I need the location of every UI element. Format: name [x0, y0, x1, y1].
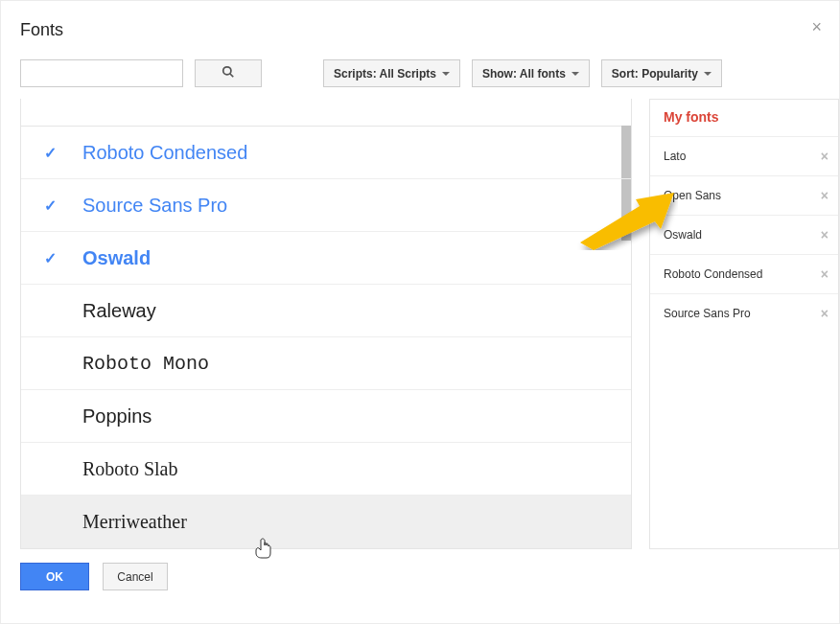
font-item[interactable]: Merriweather	[21, 496, 631, 548]
font-list-inner: ✓Roboto Condensed✓Source Sans Pro✓Oswald…	[21, 126, 631, 548]
fonts-dialog: Fonts × Scripts: All Scripts Show: All f…	[0, 0, 840, 624]
font-item[interactable]: Poppins	[21, 390, 631, 443]
remove-icon[interactable]: ×	[821, 266, 828, 282]
my-font-item[interactable]: Roboto Condensed×	[650, 254, 838, 293]
remove-icon[interactable]: ×	[821, 306, 828, 321]
remove-icon[interactable]: ×	[821, 149, 828, 164]
chevron-down-icon	[572, 72, 579, 76]
check-column: ✓	[44, 196, 82, 215]
font-item[interactable]: ✓Oswald	[21, 232, 631, 285]
font-list[interactable]: ✓Roboto Condensed✓Source Sans Pro✓Oswald…	[20, 99, 632, 549]
cancel-button[interactable]: Cancel	[103, 563, 168, 590]
my-font-label: Lato	[664, 150, 686, 163]
scripts-label: Scripts: All Scripts	[334, 67, 436, 81]
my-fonts-panel: My fonts Lato×Open Sans×Oswald×Roboto Co…	[649, 99, 839, 549]
toolbar: Scripts: All Scripts Show: All fonts Sor…	[1, 50, 839, 99]
chevron-down-icon	[442, 72, 450, 76]
my-font-item[interactable]: Source Sans Pro×	[650, 293, 838, 333]
my-fonts-title: My fonts	[650, 100, 838, 136]
font-name-label: Oswald	[82, 247, 151, 269]
sort-dropdown[interactable]: Sort: Popularity	[601, 59, 722, 87]
sort-label: Sort: Popularity	[612, 67, 698, 81]
dialog-header: Fonts ×	[1, 1, 839, 50]
checkmark-icon: ✓	[44, 196, 57, 215]
my-font-label: Oswald	[664, 228, 702, 242]
font-name-label: Raleway	[82, 300, 156, 322]
check-column: ✓	[44, 249, 82, 267]
search-input[interactable]	[20, 59, 183, 87]
close-icon[interactable]: ×	[811, 18, 822, 35]
my-font-label: Roboto Condensed	[664, 267, 762, 281]
font-item[interactable]: Raleway	[21, 285, 631, 337]
font-item[interactable]: ✓Roboto Condensed	[21, 127, 631, 179]
check-column: ✓	[44, 144, 82, 162]
font-item[interactable]: ✓Source Sans Pro	[21, 179, 631, 232]
remove-icon[interactable]: ×	[821, 227, 828, 243]
font-name-label: Roboto Slab	[82, 458, 177, 480]
my-font-label: Source Sans Pro	[664, 307, 751, 320]
my-font-item[interactable]: Lato×	[650, 136, 838, 175]
font-name-label: Poppins	[82, 405, 152, 428]
svg-point-0	[223, 67, 231, 75]
ok-button[interactable]: OK	[20, 563, 89, 590]
font-item[interactable]: Roboto Slab	[21, 443, 631, 496]
my-font-item[interactable]: Oswald×	[650, 215, 838, 254]
font-name-label: Roboto Mono	[82, 353, 209, 375]
checkmark-icon: ✓	[44, 249, 57, 267]
font-name-label: Merriweather	[82, 511, 187, 533]
search-button[interactable]	[195, 59, 262, 87]
scripts-dropdown[interactable]: Scripts: All Scripts	[323, 59, 460, 87]
chevron-down-icon	[704, 72, 712, 76]
content-area: ✓Roboto Condensed✓Source Sans Pro✓Oswald…	[1, 99, 839, 549]
show-dropdown[interactable]: Show: All fonts	[472, 59, 590, 87]
my-font-item[interactable]: Open Sans×	[650, 175, 838, 215]
my-fonts-list: Lato×Open Sans×Oswald×Roboto Condensed×S…	[650, 136, 838, 333]
font-item[interactable]: Roboto Mono	[21, 337, 631, 390]
my-font-label: Open Sans	[664, 189, 721, 202]
remove-icon[interactable]: ×	[821, 188, 828, 203]
search-icon	[222, 65, 235, 81]
checkmark-icon: ✓	[44, 144, 57, 162]
dialog-footer: OK Cancel	[1, 549, 839, 604]
svg-line-1	[230, 74, 234, 78]
font-name-label: Roboto Condensed	[82, 142, 247, 164]
show-label: Show: All fonts	[482, 67, 566, 81]
dialog-title: Fonts	[20, 20, 820, 40]
font-name-label: Source Sans Pro	[82, 195, 227, 217]
